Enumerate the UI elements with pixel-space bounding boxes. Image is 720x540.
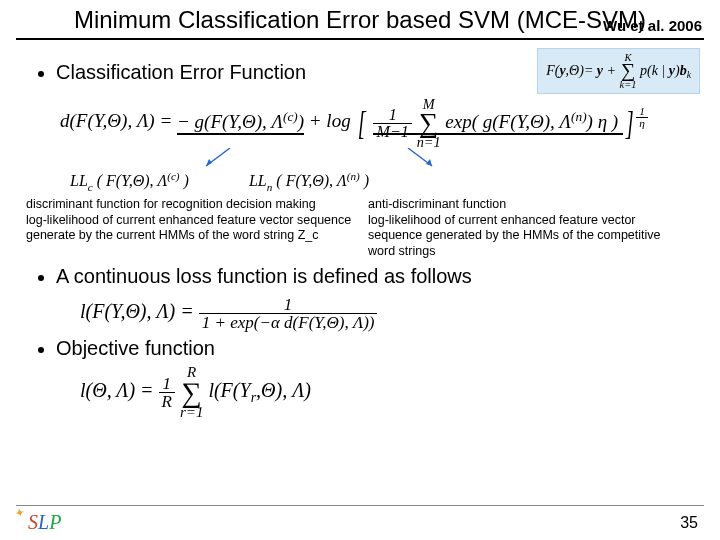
right-description: anti-discriminant function log-likelihoo… xyxy=(368,197,700,260)
bullet-2-text: A continuous loss function is defined as… xyxy=(56,265,472,288)
bullet-2: A continuous loss function is defined as… xyxy=(38,265,700,288)
page-number: 35 xyxy=(680,514,698,532)
citation: Wu et al. 2006 xyxy=(603,17,702,34)
bullet-1: Classification Error Function xyxy=(38,61,306,84)
logo-flare-icon: ✦ xyxy=(13,505,26,522)
bullet-dot-icon xyxy=(38,275,44,281)
ll-n-equation: LLn ( F(Y,Θ), Λ(n) ) xyxy=(249,170,369,193)
ll-c-equation: LLc ( F(Y,Θ), Λ(c) ) xyxy=(70,170,189,193)
left-description: discriminant function for recognition de… xyxy=(26,197,358,260)
slide-title: Minimum Classification Error based SVM (… xyxy=(30,6,690,34)
main-equation: d(F(Y,Θ), Λ) = − g(F(Y,Θ), Λ(c)) + log [… xyxy=(60,98,700,148)
footer-divider xyxy=(16,505,704,506)
loss-equation: l(F(Y,Θ), Λ) = 1 1 + exp(−α d(F(Y,Θ), Λ)… xyxy=(80,296,700,331)
objective-equation: l(Θ, Λ) = 1R R∑r=1 l(F(Yr,Θ), Λ) xyxy=(80,366,700,419)
bullet-3: Objective function xyxy=(38,337,700,360)
arrow-right-icon xyxy=(400,148,440,168)
bullet-dot-icon xyxy=(38,71,44,77)
arrow-connectors xyxy=(160,148,700,170)
bullet-1-text: Classification Error Function xyxy=(56,61,306,84)
boxed-equation: F(y,Θ)= y + K∑k=1 p(k | y)bk xyxy=(537,48,700,95)
slp-logo: ✦SLP xyxy=(18,511,61,534)
arrow-left-icon xyxy=(200,148,240,168)
bullet-3-text: Objective function xyxy=(56,337,215,360)
svg-marker-1 xyxy=(206,159,212,166)
bullet-dot-icon xyxy=(38,347,44,353)
